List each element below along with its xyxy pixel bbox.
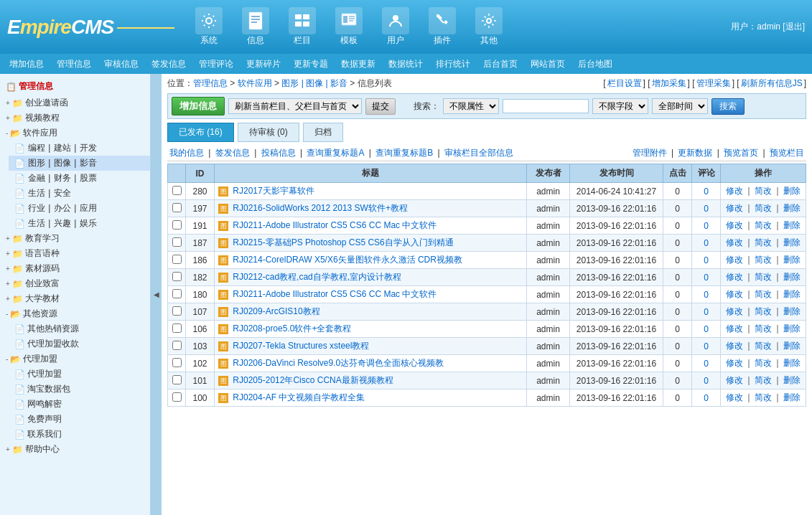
sidebar-item-hangye[interactable]: 📄 行业 | 办公 | 应用 [9,201,150,216]
action-edit[interactable]: 修改 [726,289,743,299]
tree-toggle[interactable]: + [6,280,10,288]
action-delete[interactable]: 删除 [783,341,801,351]
tab-archived[interactable]: 归档 [303,123,343,142]
breadcrumb-software-app[interactable]: 软件应用 [238,78,272,88]
row-checkbox[interactable] [168,389,186,407]
sidebar-item-shenghuo-xingqu[interactable]: 📄 生活 | 兴趣 | 娱乐 [9,216,150,231]
action-simple-edit[interactable]: 简改 [755,255,772,265]
sidebar-item-mianfei[interactable]: 📄 免费声明 [9,412,150,427]
sidebar-item-qita-ziyuan[interactable]: - 📂 其他资源 [0,306,150,321]
row-checkbox[interactable] [168,338,186,355]
sidebar-item-tuxing[interactable]: 📄 图形 | 图像 | 影音 [9,156,150,171]
row-checkbox[interactable] [168,321,186,338]
add-info-button[interactable]: 增加信息 [172,97,225,115]
nav-icon-plugin[interactable]: 插件 [422,7,462,47]
sidebar-link-xingqu[interactable]: 兴趣 [54,218,71,228]
tree-toggle[interactable]: + [6,265,10,273]
action-simple-edit[interactable]: 简改 [755,375,772,385]
action-delete[interactable]: 删除 [783,237,801,247]
topnav-website-home[interactable]: 网站首页 [525,57,571,72]
action-edit[interactable]: 修改 [726,392,743,402]
tree-toggle[interactable]: + [6,235,10,242]
folder-action-select[interactable]: 刷新当前栏目、父栏目与首页 [228,98,362,114]
action-simple-edit[interactable]: 简改 [755,392,772,402]
sidebar-link-gupiao[interactable]: 股票 [80,173,97,183]
sidebar-item-biancheng[interactable]: 📄 编程 | 建站 | 开发 [9,141,150,156]
search-property-select[interactable]: 不限属性 [443,98,499,114]
tree-toggle[interactable]: - [6,129,8,137]
sidebar-link-shenghuo2[interactable]: 生活 [28,218,45,228]
sidebar-item-yuyan[interactable]: + 📁 语言语种 [0,246,150,261]
sidebar-link-anquan[interactable]: 安全 [54,188,71,198]
sidebar-item-chuangye-yaoqing[interactable]: + 📁 创业邀请函 [0,95,150,110]
row-title-link[interactable]: RJ0206-DaVinci Resolve9.0达芬奇调色全面核心视频教 [233,358,444,368]
sidebar-link-biancheng[interactable]: 编程 [28,143,45,153]
action-delete[interactable]: 删除 [783,220,801,230]
nav-icon-user[interactable]: 用户 [375,7,415,47]
action-edit[interactable]: 修改 [726,255,743,265]
action-delete[interactable]: 删除 [783,203,801,213]
action-delete[interactable]: 删除 [783,255,801,265]
row-title-link[interactable]: RJ0212-cad教程,cad自学教程,室内设计教程 [233,272,401,282]
action-simple-edit[interactable]: 简改 [755,289,772,299]
tab-pending[interactable]: 待审核 (0) [238,123,299,142]
sidebar-link-tuxing[interactable]: 图形 [28,158,45,168]
topnav-data-stats[interactable]: 数据统计 [383,57,429,72]
row-title-link[interactable]: RJ0211-Adobe Illustrator CS5 CS6 CC Mac … [233,220,437,230]
row-checkbox[interactable] [168,372,186,389]
sidebar-link-yingyin[interactable]: 影音 [80,158,97,168]
topnav-publish-info[interactable]: 签发信息 [146,57,192,72]
topnav-manage-info[interactable]: 管理信息 [51,57,97,72]
sidebar-link-kaifa[interactable]: 开发 [80,143,97,153]
tab-published[interactable]: 已发布 (16) [167,123,234,142]
sidebar-item-taobao[interactable]: 📄 淘宝数据包 [9,382,150,397]
breadcrumb-action-manage-collect[interactable]: 管理采集 [696,78,731,88]
sidebar-item-jinrong[interactable]: 📄 金融 | 财务 | 股票 [9,171,150,186]
sidebar-link-yingyong[interactable]: 应用 [80,203,97,213]
action-delete[interactable]: 删除 [783,306,801,316]
sidebar-item-bangzhu[interactable]: + 📁 帮助中心 [0,442,150,457]
sidebar-item-qita-re[interactable]: 📄 其他热销资源 [9,321,150,336]
topnav-update-topics[interactable]: 更新专题 [288,57,334,72]
breadcrumb-action-add-collect[interactable]: 增加采集 [652,78,686,88]
tree-toggle[interactable]: + [6,445,10,453]
row-title-link[interactable]: RJ0204-AF 中文视频自学教程全集 [233,392,365,402]
action-simple-edit[interactable]: 简改 [755,220,772,230]
table-toolbar-preview-home[interactable]: 预览首页 [724,148,758,158]
row-title-link[interactable]: RJ2017天影宇幕软件 [233,186,314,196]
table-toolbar-query-dup-b[interactable]: 查询重复标题B [375,148,433,158]
row-title-link[interactable]: RJ0215-零基础PS Photoshop CS5 CS6自学从入门到精通 [233,237,453,247]
sidebar-item-sucai[interactable]: + 📁 素材源码 [0,261,150,276]
row-checkbox[interactable] [168,183,186,200]
table-toolbar-query-dup-a[interactable]: 查询重复标题A [307,148,364,158]
topnav-data-update[interactable]: 数据更新 [335,57,381,72]
tree-toggle[interactable]: - [6,310,8,318]
sidebar-link-shenghuo[interactable]: 生活 [28,188,45,198]
action-edit[interactable]: 修改 [726,323,743,334]
th-date[interactable]: 发布时间 [570,164,663,183]
row-checkbox[interactable] [168,286,186,303]
action-edit[interactable]: 修改 [726,341,743,351]
action-edit[interactable]: 修改 [726,186,743,196]
topnav-update-fragments[interactable]: 更新碎片 [241,57,286,72]
row-title-link[interactable]: RJ0211-Adobe Illustrator CS5 CS6 CC Mac … [233,289,437,299]
sidebar-item-chuangye-zhifu[interactable]: + 📁 创业致富 [0,276,150,291]
logo[interactable]: EmpireCMS [7,16,174,39]
row-checkbox[interactable] [168,200,186,217]
sidebar-link-bangong[interactable]: 办公 [54,203,71,213]
action-delete[interactable]: 删除 [783,186,801,196]
sidebar-collapse-btn[interactable]: ◀ [151,74,162,515]
breadcrumb-action-column-settings[interactable]: 栏目设置 [607,78,642,88]
tree-toggle[interactable]: + [6,114,10,122]
sidebar-item-anquan[interactable]: 📄 生活 | 安全 [9,186,150,201]
nav-icon-template[interactable]: 模板 [329,7,368,47]
sidebar-link-jianzhan[interactable]: 建站 [54,143,71,153]
search-button[interactable]: 搜索 [711,98,745,115]
table-toolbar-my-info[interactable]: 我的信息 [169,148,204,158]
action-edit[interactable]: 修改 [726,358,743,368]
th-id[interactable]: ID [186,164,215,183]
table-toolbar-update-data[interactable]: 更新数据 [678,148,712,158]
action-simple-edit[interactable]: 简改 [755,237,772,247]
action-delete[interactable]: 删除 [783,358,801,368]
action-delete[interactable]: 删除 [783,323,801,334]
